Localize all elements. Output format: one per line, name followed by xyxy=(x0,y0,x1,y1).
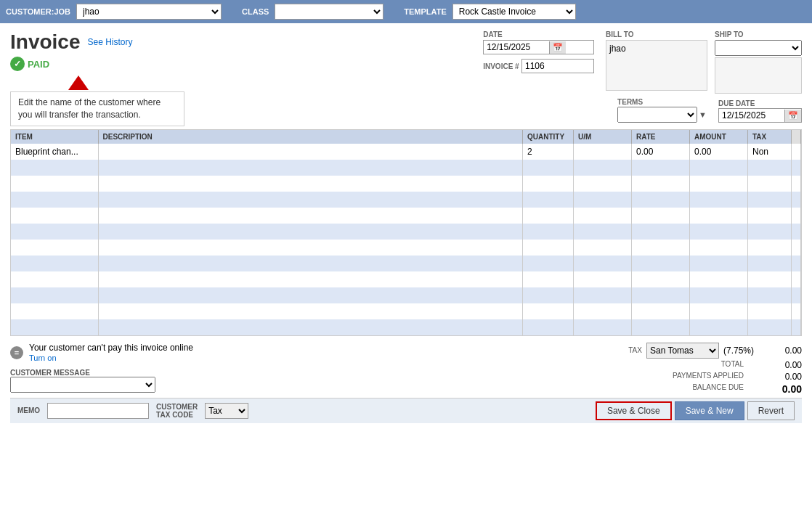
turn-on-link[interactable]: Turn on xyxy=(29,353,57,362)
bill-to-label: BILL TO xyxy=(606,30,707,38)
table-cell xyxy=(690,240,748,256)
terms-section: TERMS ▼ xyxy=(617,97,707,123)
revert-button[interactable]: Revert xyxy=(747,401,795,420)
table-cell xyxy=(523,224,574,240)
table-cell xyxy=(574,176,632,192)
table-cell xyxy=(523,208,574,224)
table-cell xyxy=(748,319,792,335)
invoice-num-section: INVOICE # xyxy=(483,59,594,73)
table-cell xyxy=(11,208,98,224)
table-cell xyxy=(11,319,98,335)
arrow-up-icon xyxy=(68,75,89,90)
paid-badge: ✓ PAID xyxy=(10,57,184,71)
table-cell xyxy=(748,303,792,319)
table-cell xyxy=(632,319,690,335)
date-input[interactable] xyxy=(484,41,549,54)
table-cell xyxy=(632,208,690,224)
table-row xyxy=(11,303,801,319)
date-section: DATE 📅 INVOICE # xyxy=(483,30,594,73)
paid-check-icon: ✓ xyxy=(10,57,25,71)
bill-to-textarea[interactable]: jhao xyxy=(606,40,707,91)
table-cell xyxy=(574,208,632,224)
template-select[interactable]: Rock Castle Invoice xyxy=(452,4,576,20)
right-bottom: TAX San Tomas (7.75%) 0.00 TOTAL 0.00 PA… xyxy=(540,343,802,395)
memo-label: MEMO xyxy=(17,406,40,414)
table-cell xyxy=(523,287,574,303)
table-cell xyxy=(574,256,632,271)
invoice-table-wrapper: ITEM DESCRIPTION QUANTITY U/M RATE AMOUN… xyxy=(10,129,802,340)
date-label: DATE xyxy=(483,30,594,38)
invoice-num-input[interactable] xyxy=(521,59,594,73)
customer-job-label: CUSTOMER:JOB xyxy=(6,7,70,16)
online-msg: Your customer can't pay this invoice onl… xyxy=(29,343,193,353)
tax-code-select[interactable]: Tax xyxy=(205,403,248,419)
online-msg-area: Your customer can't pay this invoice onl… xyxy=(29,343,193,363)
tax-select[interactable]: San Tomas xyxy=(646,343,719,359)
table-row xyxy=(11,192,801,208)
bottom-content: = Your customer can't pay this invoice o… xyxy=(10,340,802,398)
template-label: TEMPLATE xyxy=(404,7,446,16)
tax-rate: (7.75%) xyxy=(723,346,754,356)
table-cell xyxy=(11,240,98,256)
tooltip-text: Edit the name of the customer where you … xyxy=(18,97,161,120)
table-cell xyxy=(748,256,792,271)
ship-to-textarea[interactable] xyxy=(715,57,802,94)
table-cell xyxy=(523,240,574,256)
table-cell xyxy=(98,319,523,335)
see-history-link[interactable]: See History xyxy=(87,37,132,47)
table-cell xyxy=(98,144,523,160)
table-cell xyxy=(690,160,748,176)
table-cell xyxy=(523,160,574,176)
paid-label: PAID xyxy=(28,59,49,70)
table-cell xyxy=(574,319,632,335)
table-cell xyxy=(792,208,801,224)
customer-msg-label: CUSTOMER MESSAGE xyxy=(10,369,193,377)
terms-select[interactable] xyxy=(617,107,697,123)
table-row xyxy=(11,287,801,303)
table-row xyxy=(11,240,801,256)
table-cell xyxy=(748,240,792,256)
memo-input[interactable] xyxy=(47,403,149,419)
table-cell xyxy=(690,192,748,208)
due-date-input[interactable] xyxy=(719,109,784,122)
table-cell xyxy=(523,176,574,192)
date-invoice-row: DATE 📅 INVOICE # BILL TO jhao xyxy=(483,30,802,94)
ship-to-section: SHIP TO xyxy=(715,30,802,94)
customer-msg-select[interactable] xyxy=(10,377,155,393)
table-cell xyxy=(11,287,98,303)
table-cell xyxy=(523,271,574,287)
table-cell xyxy=(574,240,632,256)
table-cell xyxy=(792,287,801,303)
table-cell xyxy=(632,160,690,176)
tooltip-container: Edit the name of the customer where you … xyxy=(10,75,184,126)
ship-to-select[interactable] xyxy=(715,40,802,56)
table-cell: 2 xyxy=(523,144,574,160)
due-date-calendar-button[interactable]: 📅 xyxy=(784,110,801,122)
balance-due-label: BALANCE DUE xyxy=(642,383,744,395)
action-buttons: Save & Close Save & New Revert xyxy=(596,401,795,420)
table-cell xyxy=(792,240,801,256)
table-cell xyxy=(632,271,690,287)
table-cell xyxy=(748,176,792,192)
table-cell xyxy=(748,208,792,224)
save-new-button[interactable]: Save & New xyxy=(675,401,744,420)
table-cell xyxy=(690,224,748,240)
table-cell: 0.00 xyxy=(632,144,690,160)
terms-due-row: TERMS ▼ DUE DATE 📅 xyxy=(483,97,802,123)
table-cell xyxy=(98,224,523,240)
balance-due-row: BALANCE DUE 0.00 xyxy=(540,383,802,395)
date-calendar-button[interactable]: 📅 xyxy=(549,41,566,54)
table-cell xyxy=(11,256,98,271)
save-close-button[interactable]: Save & Close xyxy=(596,401,672,420)
table-cell xyxy=(98,240,523,256)
table-cell xyxy=(574,224,632,240)
table-row xyxy=(11,160,801,176)
table-cell xyxy=(632,287,690,303)
table-cell xyxy=(690,287,748,303)
customer-job-select[interactable]: jhao xyxy=(76,4,222,20)
table-cell xyxy=(792,176,801,192)
table-header-row: ITEM DESCRIPTION QUANTITY U/M RATE AMOUN… xyxy=(11,130,801,144)
customer-tax-code-label: CUSTOMER TAX CODE xyxy=(156,403,198,419)
table-cell xyxy=(792,160,801,176)
class-select[interactable] xyxy=(275,4,383,20)
